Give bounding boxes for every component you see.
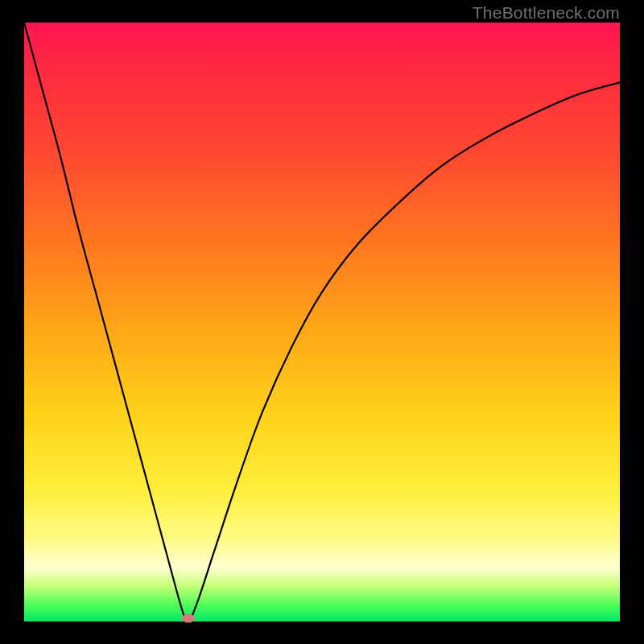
- bottleneck-curve: [24, 23, 620, 621]
- watermark-text: TheBottleneck.com: [473, 3, 620, 23]
- minimum-marker: [182, 613, 195, 622]
- curve-path: [24, 23, 620, 621]
- plot-area: [24, 23, 620, 621]
- chart-frame: TheBottleneck.com: [0, 0, 644, 644]
